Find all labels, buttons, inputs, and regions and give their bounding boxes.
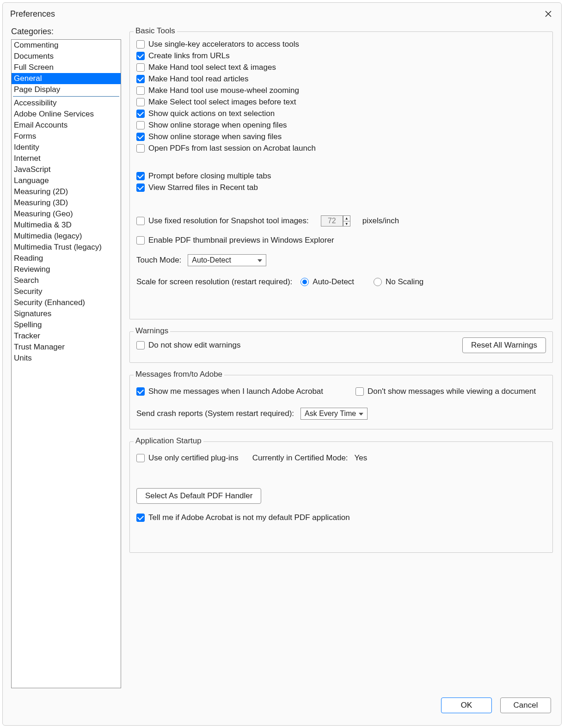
category-item[interactable]: Security (Enhanced) xyxy=(12,297,121,308)
checkbox[interactable] xyxy=(136,184,145,192)
category-item[interactable]: Page Display xyxy=(12,84,121,95)
category-item[interactable]: Commenting xyxy=(12,40,121,51)
checkbox-thumb-previews[interactable] xyxy=(136,236,145,245)
category-item[interactable]: Multimedia (legacy) xyxy=(12,231,121,242)
checkbox-show-messages-launch[interactable] xyxy=(136,387,145,396)
checkbox-certified-plugins[interactable] xyxy=(136,454,145,462)
checkbox-label: Make Hand tool use mouse-wheel zooming xyxy=(148,86,299,95)
label-snapshot-unit: pixels/inch xyxy=(362,216,399,226)
category-item[interactable]: Search xyxy=(12,275,121,286)
checkbox[interactable] xyxy=(136,52,145,60)
legend-startup: Application Startup xyxy=(134,436,203,446)
category-item[interactable]: Internet xyxy=(12,153,121,164)
checkbox-label: View Starred files in Recent tab xyxy=(148,183,258,192)
label-edit-warnings: Do not show edit warnings xyxy=(148,341,240,350)
checkbox[interactable] xyxy=(136,75,145,83)
button-default-pdf-handler[interactable]: Select As Default PDF Handler xyxy=(136,488,261,504)
window-title: Preferences xyxy=(10,9,55,19)
checkbox-label: Create links from URLs xyxy=(148,51,230,61)
checkbox-no-messages-viewing[interactable] xyxy=(356,387,364,396)
category-item[interactable]: Signatures xyxy=(12,308,121,319)
checkbox-snapshot[interactable] xyxy=(136,217,145,225)
checkbox-label: Show online storage when opening files xyxy=(148,121,287,130)
category-item[interactable]: Adobe Online Services xyxy=(12,109,121,120)
group-messages: Messages from/to Adobe Show me messages … xyxy=(129,375,553,429)
legend-warnings: Warnings xyxy=(134,326,170,336)
category-item[interactable]: Language xyxy=(12,175,121,186)
checkbox-label: Make Select tool select images before te… xyxy=(148,98,296,107)
label-default-pdf-notify: Tell me if Adobe Acrobat is not my defau… xyxy=(148,513,350,522)
group-warnings: Warnings Do not show edit warnings Reset… xyxy=(129,331,553,363)
checkbox-label: Open PDFs from last session on Acrobat l… xyxy=(148,144,316,153)
label-scale-none: No Scaling xyxy=(386,277,423,287)
value-certified-mode: Yes xyxy=(355,453,368,463)
checkbox-label: Use single-key accelerators to access to… xyxy=(148,40,299,49)
close-button[interactable] xyxy=(543,8,554,19)
category-item[interactable]: Spelling xyxy=(12,319,121,330)
category-item[interactable]: Trust Manager xyxy=(12,342,121,353)
checkbox[interactable] xyxy=(136,86,145,95)
label-crash-reports: Send crash reports (System restart requi… xyxy=(136,409,294,418)
checkbox[interactable] xyxy=(136,121,145,129)
category-item[interactable]: Accessibility xyxy=(12,98,121,109)
radio-scale-auto[interactable] xyxy=(300,278,309,286)
legend-basic: Basic Tools xyxy=(134,26,177,36)
category-item[interactable]: Documents xyxy=(12,51,121,62)
category-item[interactable]: General xyxy=(12,73,121,84)
label-scale-auto: Auto-Detect xyxy=(313,277,354,287)
select-touch-mode[interactable]: Auto-Detect xyxy=(188,254,266,266)
group-startup: Application Startup Use only certified p… xyxy=(129,441,553,553)
category-item[interactable]: Measuring (3D) xyxy=(12,197,121,208)
checkbox[interactable] xyxy=(136,144,145,153)
category-item[interactable]: JavaScript xyxy=(12,164,121,175)
select-crash-reports[interactable]: Ask Every Time xyxy=(300,408,368,420)
category-item[interactable]: Multimedia Trust (legacy) xyxy=(12,242,121,253)
radio-scale-none[interactable] xyxy=(374,278,382,286)
label-snapshot: Use fixed resolution for Snapshot tool i… xyxy=(148,216,309,226)
categories-listbox[interactable]: CommentingDocumentsFull ScreenGeneralPag… xyxy=(11,39,121,688)
checkbox-label: Make Hand tool read articles xyxy=(148,74,248,84)
category-item[interactable]: Forms xyxy=(12,131,121,142)
label-no-messages-viewing: Don't show messages while viewing a docu… xyxy=(368,387,536,396)
cancel-button[interactable]: Cancel xyxy=(500,697,551,713)
category-item[interactable]: Measuring (Geo) xyxy=(12,208,121,220)
category-item[interactable]: Reviewing xyxy=(12,264,121,275)
checkbox[interactable] xyxy=(136,98,145,106)
label-certified-mode: Currently in Certified Mode: xyxy=(252,453,348,463)
category-item[interactable]: Security xyxy=(12,286,121,297)
checkbox[interactable] xyxy=(136,133,145,141)
category-item[interactable]: Tracker xyxy=(12,330,121,342)
input-snapshot-resolution[interactable] xyxy=(321,215,343,226)
checkbox-label: Show quick actions on text selection xyxy=(148,109,275,118)
ok-button[interactable]: OK xyxy=(441,697,492,713)
checkbox-label: Make Hand tool select text & images xyxy=(148,63,276,72)
category-item[interactable]: Reading xyxy=(12,253,121,264)
label-thumb-previews: Enable PDF thumbnail previews in Windows… xyxy=(148,236,334,245)
checkbox-edit-warnings[interactable] xyxy=(136,341,145,349)
category-item[interactable]: Measuring (2D) xyxy=(12,186,121,197)
label-certified-plugins: Use only certified plug-ins xyxy=(148,453,239,463)
label-touch-mode: Touch Mode: xyxy=(136,256,181,265)
legend-messages: Messages from/to Adobe xyxy=(134,370,224,379)
button-reset-warnings[interactable]: Reset All Warnings xyxy=(462,337,546,353)
checkbox-default-pdf-notify[interactable] xyxy=(136,514,145,522)
group-basic-tools: Basic Tools Use single-key accelerators … xyxy=(129,31,553,319)
checkbox[interactable] xyxy=(136,110,145,118)
label-scale: Scale for screen resolution (restart req… xyxy=(136,277,292,287)
checkbox[interactable] xyxy=(136,63,145,72)
category-item[interactable]: Email Accounts xyxy=(12,120,121,131)
checkbox-label: Show online storage when saving files xyxy=(148,132,282,141)
checkbox-label: Prompt before closing multiple tabs xyxy=(148,171,271,181)
category-item[interactable]: Units xyxy=(12,353,121,364)
category-item[interactable]: Multimedia & 3D xyxy=(12,220,121,231)
category-item[interactable]: Identity xyxy=(12,142,121,153)
label-show-messages-launch: Show me messages when I launch Adobe Acr… xyxy=(148,387,323,396)
categories-label: Categories: xyxy=(11,27,121,37)
checkbox[interactable] xyxy=(136,172,145,180)
checkbox[interactable] xyxy=(136,40,145,49)
spinner-snapshot[interactable]: ▲▼ xyxy=(343,215,350,226)
category-item[interactable]: Full Screen xyxy=(12,62,121,73)
